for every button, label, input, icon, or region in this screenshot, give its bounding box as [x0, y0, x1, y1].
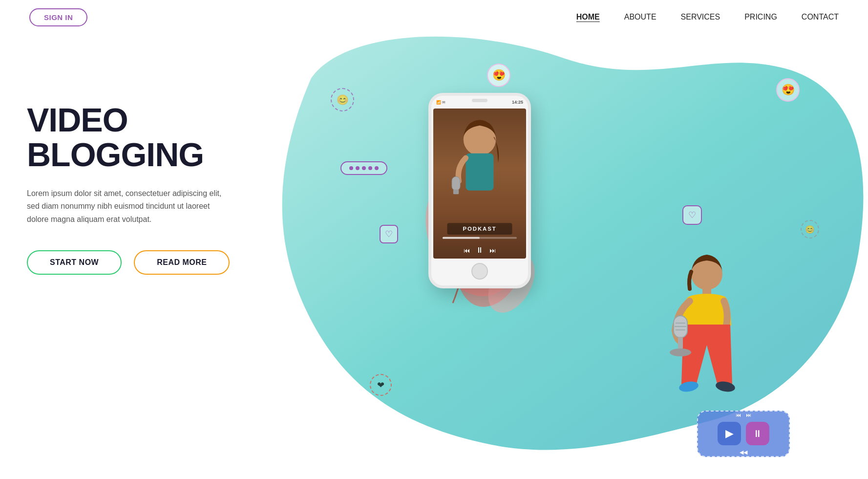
media-player-widget[interactable]: ⏮ ⏭ ▶ ⏸ ◀◀ — [697, 411, 790, 457]
emoji-icon-3: 😍 — [776, 78, 800, 102]
main-title: VIDEO BLOGGING — [27, 103, 266, 173]
svg-text:PODKAST: PODKAST — [463, 226, 497, 232]
media-play-button[interactable]: ▶ — [718, 422, 741, 445]
svg-rect-4 — [466, 153, 494, 191]
heart-reaction-1: ♡ — [380, 225, 398, 243]
phone-home-button[interactable] — [471, 263, 488, 280]
media-rewind-icon: ◀◀ — [740, 449, 747, 456]
phone-mockup: 📶 ✉ 14:25 — [428, 93, 531, 288]
media-skip-back-icon: ⏮ — [736, 412, 741, 418]
media-pause-button[interactable]: ⏸ — [746, 422, 769, 445]
cta-buttons: START NOW READ MORE — [27, 250, 266, 275]
hero-section: VIDEO BLOGGING Lorem ipsum dolor sit ame… — [0, 34, 868, 479]
chat-bubble — [340, 161, 387, 175]
navigation: HOME ABOUTE SERVICES PRICING CONTACT — [576, 13, 839, 22]
header: SIGN IN HOME ABOUTE SERVICES PRICING CON… — [0, 0, 868, 34]
phone-prev-icon: ⏮ — [464, 247, 470, 254]
nav-services[interactable]: SERVICES — [681, 13, 720, 22]
svg-point-20 — [670, 348, 691, 356]
nav-pricing[interactable]: PRICING — [744, 13, 777, 22]
phone-pause-icon: ⏸ — [476, 246, 484, 255]
nav-home[interactable]: HOME — [576, 13, 600, 22]
emoji-icon-2: 😍 — [487, 64, 510, 87]
nav-contact[interactable]: CONTACT — [802, 13, 839, 22]
media-forward-icon: ⏭ — [746, 412, 751, 418]
phone-screen: PODKAST ⏮ ⏸ ⏭ — [433, 109, 526, 259]
svg-rect-19 — [678, 337, 683, 349]
left-content: VIDEO BLOGGING Lorem ipsum dolor sit ame… — [27, 103, 266, 275]
heart-reaction-2: ♡ — [682, 205, 702, 225]
reaction-icon-1: ❤ — [370, 374, 392, 396]
read-more-button[interactable]: READ MORE — [134, 250, 230, 275]
sign-in-button[interactable]: SIGN IN — [29, 8, 87, 26]
svg-rect-6 — [453, 190, 459, 195]
phone-time: 14:25 — [512, 100, 523, 105]
illustration: 📶 ✉ 14:25 — [301, 49, 839, 474]
description-text: Lorem ipsum dolor sit amet, consectetuer… — [27, 187, 232, 226]
nav-about[interactable]: ABOUTE — [624, 13, 656, 22]
phone-next-icon: ⏭ — [489, 247, 496, 254]
emoji-icon-4: 😊 — [801, 220, 819, 239]
svg-rect-5 — [452, 176, 460, 191]
start-now-button[interactable]: START NOW — [27, 250, 122, 275]
svg-rect-10 — [443, 237, 480, 239]
emoji-icon-1: 😊 — [331, 88, 354, 111]
